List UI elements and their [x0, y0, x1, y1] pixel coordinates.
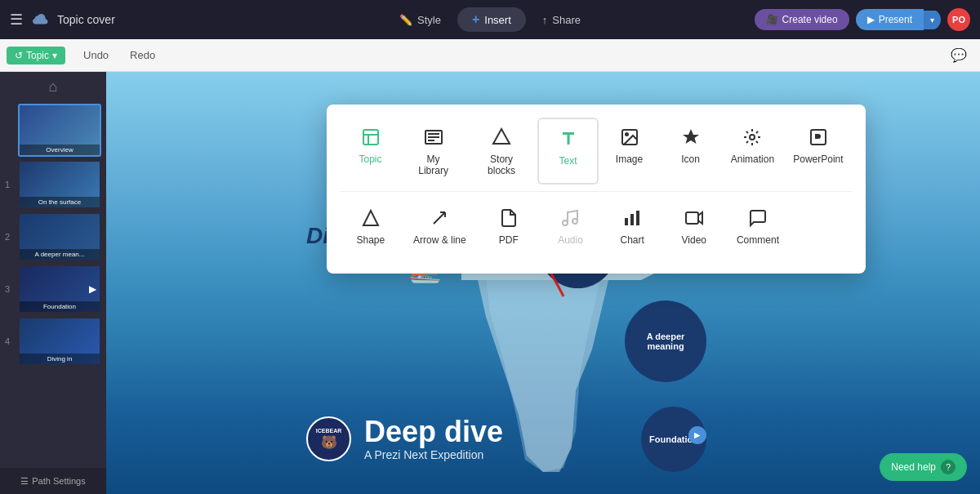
menu-item-animation[interactable]: Animation	[721, 118, 784, 185]
share-icon: ↑	[542, 14, 548, 26]
canvas-area: ⛵ 🚢 Diving in On thesurface A deepermean…	[106, 72, 980, 494]
slide-thumb-3[interactable]: Foundation ▶	[18, 265, 101, 314]
audio-menu-label: Audio	[558, 234, 583, 246]
pencil-icon: ✏️	[399, 14, 412, 26]
slide-label-overview: Overview	[20, 145, 100, 155]
slide-thumb-4[interactable]: Diving in	[18, 317, 101, 366]
svg-rect-9	[428, 133, 439, 135]
svg-point-18	[563, 220, 568, 225]
powerpoint-menu-label: PowerPoint	[793, 154, 843, 165]
sidebar-home[interactable]: ⌂	[0, 72, 106, 102]
topic-refresh-icon: ↺	[15, 50, 23, 61]
svg-point-19	[572, 219, 577, 224]
insert-menu: Topic My Library	[327, 105, 866, 274]
slide-thumb-overview[interactable]: Overview	[18, 104, 101, 157]
tab-style[interactable]: ✏️ Style	[385, 9, 456, 31]
svg-point-15	[750, 135, 755, 140]
topic-badge[interactable]: ↺ Topic ▾	[7, 47, 65, 65]
tab-share[interactable]: ↑ Share	[528, 9, 595, 31]
menu-item-pdf[interactable]: PDF	[478, 198, 539, 254]
my-library-label: My Library	[412, 154, 454, 176]
story-blocks-label: Story blocks	[477, 154, 526, 176]
menu-item-text[interactable]: Text	[537, 118, 599, 185]
menu-item-arrow[interactable]: Arrow & line	[402, 198, 478, 254]
slide-entry-3: 3 Foundation ▶	[0, 263, 106, 315]
topbar: ☰ Topic cover ✏️ Style + Insert ↑ Share …	[0, 0, 980, 39]
present-dropdown[interactable]: ▾	[924, 11, 941, 29]
arrow-menu-icon	[430, 207, 449, 229]
topic-menu-label: Topic	[359, 154, 381, 165]
redo-button[interactable]: Redo	[120, 46, 165, 65]
main-layout: ⌂ Overview 1 On the surface	[0, 72, 980, 494]
powerpoint-menu-icon	[808, 126, 828, 149]
bottom-title: ICEBEAR 🐻 Deep dive A Prezi Next Expedit…	[306, 416, 503, 461]
image-menu-icon	[620, 126, 639, 149]
library-menu-icon	[424, 126, 443, 149]
menu-item-shape[interactable]: Shape	[340, 198, 401, 254]
deep-dive-text: Deep dive A Prezi Next Expedition	[364, 416, 503, 461]
text-menu-label: Text	[559, 155, 577, 167]
menu-item-topic[interactable]: Topic	[340, 118, 401, 185]
svg-marker-12	[493, 129, 510, 144]
video-camera-icon: 🎥	[766, 14, 778, 25]
audio-menu-icon	[560, 207, 580, 229]
animation-menu-label: Animation	[731, 154, 774, 165]
question-icon: ?	[941, 460, 956, 474]
tab-insert[interactable]: + Insert	[457, 7, 526, 32]
foundation-play-icon: ▶	[688, 426, 706, 444]
menu-item-comment[interactable]: Comment	[725, 198, 791, 254]
svg-rect-20	[625, 218, 628, 225]
menu-item-audio: Audio	[540, 198, 601, 254]
need-help-button[interactable]: Need help ?	[880, 453, 967, 481]
present-button[interactable]: ▶ Present	[856, 9, 924, 30]
slide-entry-1: 1 On the surface	[0, 158, 106, 211]
shape-menu-label: Shape	[356, 234, 385, 246]
video-menu-icon	[684, 207, 704, 229]
icebear-logo: ICEBEAR 🐻	[306, 416, 351, 461]
hamburger-icon[interactable]: ☰	[10, 11, 23, 29]
doc-title: Topic cover	[57, 13, 115, 26]
pdf-menu-label: PDF	[499, 234, 519, 246]
icon-menu-icon	[681, 126, 701, 149]
arrow-menu-label: Arrow & line	[413, 234, 466, 246]
pdf-menu-icon	[499, 207, 519, 229]
undo-button[interactable]: Undo	[74, 46, 118, 65]
comment-icon[interactable]: 💬	[944, 44, 973, 66]
slide-entry-overview: Overview	[0, 102, 106, 158]
text-menu-icon	[559, 127, 578, 150]
slide-label-3: Foundation	[20, 301, 100, 312]
circle-deeper-meaning[interactable]: A deepermeaning	[625, 300, 706, 382]
circle-foundation[interactable]: Foundation ▶	[641, 407, 706, 472]
topic-menu-icon	[361, 126, 381, 149]
slide-entry-2: 2 A deeper mean...	[0, 211, 106, 263]
path-icon: ☰	[20, 476, 29, 487]
topbar-center: ✏️ Style + Insert ↑ Share	[385, 7, 595, 32]
slide-label-1: On the surface	[20, 197, 100, 207]
topic-chevron-icon: ▾	[52, 50, 57, 61]
chart-menu-icon	[622, 207, 642, 229]
menu-item-story-blocks[interactable]: Story blocks	[466, 118, 537, 185]
shape-menu-icon	[361, 207, 381, 229]
menu-item-icon[interactable]: Icon	[660, 118, 721, 185]
topbar-left: ☰ Topic cover	[10, 11, 375, 29]
slide-label-2: A deeper mean...	[20, 249, 100, 260]
home-icon: ⌂	[49, 78, 58, 96]
slide-label-4: Diving in	[20, 354, 100, 364]
path-settings[interactable]: ☰ Path Settings	[0, 468, 106, 494]
menu-item-powerpoint[interactable]: PowerPoint	[784, 118, 853, 185]
menu-row2-spacer	[791, 198, 853, 254]
menu-item-chart[interactable]: Chart	[602, 198, 663, 254]
menu-row-1: Topic My Library	[340, 118, 853, 185]
slide-thumb-1[interactable]: On the surface	[18, 160, 101, 209]
slide-thumb-2[interactable]: A deeper mean...	[18, 212, 101, 261]
image-menu-label: Image	[616, 154, 643, 165]
topbar-right: 🎥 Create video ▶ Present ▾ PO	[605, 8, 970, 31]
menu-item-my-library[interactable]: My Library	[401, 118, 466, 185]
menu-item-image[interactable]: Image	[599, 118, 660, 185]
avatar: PO	[947, 8, 970, 31]
create-video-button[interactable]: 🎥 Create video	[755, 9, 849, 30]
icon-menu-label: Icon	[681, 154, 700, 165]
svg-rect-10	[428, 136, 439, 138]
menu-item-video[interactable]: Video	[663, 198, 724, 254]
svg-rect-21	[630, 214, 634, 225]
